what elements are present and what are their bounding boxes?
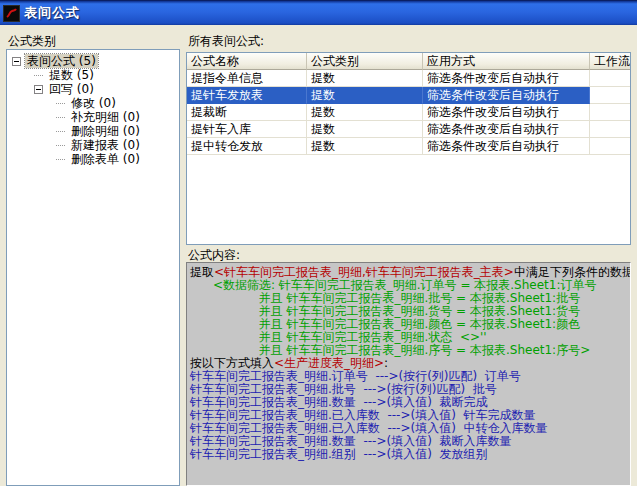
- tree-connector: [56, 131, 65, 132]
- tree-item[interactable]: 表间公式 (5): [7, 54, 179, 68]
- tree-item[interactable]: 回写 (0): [7, 82, 179, 96]
- table-cell: 筛选条件改变后自动执行: [423, 70, 590, 87]
- formula-text-segment: 针车车间完工报告表_明细.数量 --->(填入值) 裁断入库数量: [190, 434, 511, 448]
- formula-text-segment: 按以下方式填入: [190, 356, 274, 370]
- tree-connector: [56, 103, 65, 104]
- tree-item-label: 删除表单 (0): [69, 152, 142, 166]
- column-header[interactable]: 公式名称: [187, 53, 307, 70]
- table-cell: 筛选条件改变后自动执行: [423, 104, 590, 121]
- table-cell: 筛选条件改变后自动执行: [423, 138, 590, 155]
- table-cell: 提数: [307, 121, 423, 138]
- table-row[interactable]: 提针车入库提数筛选条件改变后自动执行: [187, 121, 630, 138]
- table-cell: [590, 104, 630, 121]
- formula-text-segment: :: [384, 356, 388, 370]
- column-header[interactable]: 公式类别: [307, 53, 423, 70]
- table-cell: [590, 70, 630, 87]
- tree-item[interactable]: 删除明细 (0): [7, 124, 179, 138]
- formula-text-segment: <针车车间完工报告表_明细,针车车间完工报告表_主表>: [214, 265, 514, 279]
- tree-item-label: 删除明细 (0): [69, 124, 142, 138]
- table-cell: 提数: [307, 87, 423, 104]
- formula-text-segment: <数据筛选: 针车车间完工报告表_明细.订单号 = 本报表.Sheet1:订单号: [190, 278, 596, 292]
- table-cell: 筛选条件改变后自动执行: [423, 121, 590, 138]
- formula-text-segment: <生产进度表_明细>: [274, 356, 384, 370]
- tree-item[interactable]: 修改 (0): [7, 96, 179, 110]
- formula-text-segment: 并且 针车车间完工报告表_明细.颜色 = 本报表.Sheet1:颜色: [190, 317, 580, 331]
- formula-text-segment: 并且 针车车间完工报告表_明细.货号 = 本报表.Sheet1:货号: [190, 304, 580, 318]
- tree-item-label: 表间公式 (5): [25, 54, 98, 68]
- table-cell: 筛选条件改变后自动执行: [423, 87, 590, 104]
- formula-text-segment: 针车车间完工报告表_明细.数量 --->(填入值) 裁断完成: [190, 395, 487, 409]
- formula-text-segment: 并且 针车车间完工报告表_明细.批号 = 本报表.Sheet1:批号: [190, 291, 580, 305]
- column-header[interactable]: 应用方式: [423, 53, 590, 70]
- tree-connector: [56, 117, 65, 118]
- formula-list-label: 所有表间公式:: [188, 33, 264, 50]
- table-cell: [590, 121, 630, 138]
- tree-item-label: 修改 (0): [69, 96, 118, 110]
- formula-list-rows: 提指令单信息提数筛选条件改变后自动执行提针车发放表提数筛选条件改变后自动执行提裁…: [187, 70, 630, 155]
- formula-text-line: 针车车间完工报告表_明细.组别 --->(填入值) 发放组别: [190, 448, 628, 461]
- formula-text-segment: 针车车间完工报告表_明细.已入库数 --->(填入值) 针车完成数量: [190, 408, 535, 422]
- tree-item-label: 新建报表 (0): [69, 138, 142, 152]
- formula-text-segment: 针车车间完工报告表_明细.组别 --->(填入值) 发放组别: [190, 447, 487, 461]
- formula-text-segment: 针车车间完工报告表_明细.批号 --->(按行(列)匹配) 批号: [190, 382, 497, 396]
- formula-list[interactable]: 公式名称公式类别应用方式工作流 提指令单信息提数筛选条件改变后自动执行提针车发放…: [186, 52, 631, 245]
- formula-text-segment: 并且 针车车间完工报告表_明细.状态 <>'': [190, 330, 487, 344]
- tree-item[interactable]: 新建报表 (0): [7, 138, 179, 152]
- tree-expander-icon[interactable]: [34, 85, 43, 94]
- table-row[interactable]: 提裁断提数筛选条件改变后自动执行: [187, 104, 630, 121]
- tree-item[interactable]: 提数 (5): [7, 68, 179, 82]
- dialog-window: 表间公式 公式类别 表间公式 (5)提数 (5)回写 (0)修改 (0)补充明细…: [0, 0, 637, 486]
- tree-connector: [34, 75, 43, 76]
- app-icon: [3, 5, 20, 22]
- table-row[interactable]: 提中转仓发放提数筛选条件改变后自动执行: [187, 138, 630, 155]
- title-bar[interactable]: 表间公式: [0, 0, 637, 25]
- category-panel-label: 公式类别: [8, 33, 56, 50]
- window-title: 表间公式: [24, 4, 80, 22]
- category-tree[interactable]: 表间公式 (5)提数 (5)回写 (0)修改 (0)补充明细 (0)删除明细 (…: [6, 49, 180, 486]
- table-cell: 提针车发放表: [187, 87, 307, 104]
- column-header[interactable]: 工作流: [590, 53, 630, 70]
- table-cell: 提数: [307, 70, 423, 87]
- tree-connector: [56, 145, 65, 146]
- tree-item[interactable]: 补充明细 (0): [7, 110, 179, 124]
- formula-list-header[interactable]: 公式名称公式类别应用方式工作流: [187, 53, 630, 70]
- formula-text-segment: 针车车间完工报告表_明细.已入库数 --->(填入值) 中转仓入库数量: [190, 421, 547, 435]
- table-cell: 提指令单信息: [187, 70, 307, 87]
- tree-item-label: 提数 (5): [47, 68, 96, 82]
- formula-text-segment: 中满足下列条件的数据:: [514, 265, 631, 279]
- table-cell: 提裁断: [187, 104, 307, 121]
- table-cell: 提中转仓发放: [187, 138, 307, 155]
- tree-item-label: 补充明细 (0): [69, 110, 142, 124]
- tree-item-label: 回写 (0): [47, 82, 96, 96]
- table-cell: 提数: [307, 104, 423, 121]
- formula-text-segment: 并且 针车车间完工报告表_明细.序号 = 本报表.Sheet1:序号>: [190, 343, 590, 357]
- tree-connector: [56, 159, 65, 160]
- tree-item[interactable]: 删除表单 (0): [7, 152, 179, 166]
- formula-text-segment: 提取: [190, 265, 214, 279]
- tree-expander-icon[interactable]: [12, 57, 21, 66]
- table-cell: 提针车入库: [187, 121, 307, 138]
- table-cell: [590, 138, 630, 155]
- formula-content-box[interactable]: 提取<针车车间完工报告表_明细,针车车间完工报告表_主表>中满足下列条件的数据:…: [186, 262, 631, 486]
- table-row[interactable]: 提指令单信息提数筛选条件改变后自动执行: [187, 70, 630, 87]
- formula-text-segment: 针车车间完工报告表_明细.订单号 --->(按行(列)匹配) 订单号: [190, 369, 521, 383]
- table-cell: 提数: [307, 138, 423, 155]
- table-row[interactable]: 提针车发放表提数筛选条件改变后自动执行: [187, 87, 630, 104]
- table-cell: [590, 87, 630, 104]
